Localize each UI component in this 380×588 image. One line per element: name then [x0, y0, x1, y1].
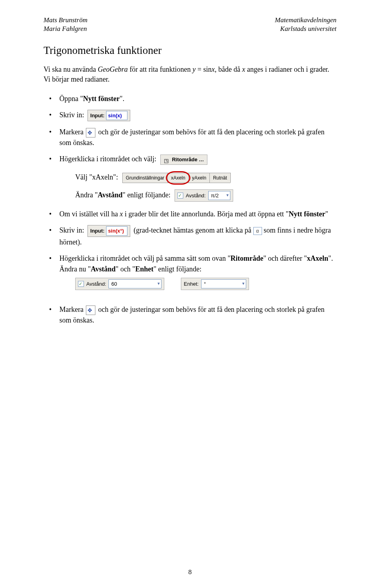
bullet-rightclick-ritomrade: Högerklicka i ritområdet och välj: Ritom…	[44, 154, 336, 202]
tab-rutnat[interactable]: Rutnät	[209, 173, 230, 183]
eq-x: x	[212, 65, 215, 73]
enhet-deg-screenshot: Enhet: °	[181, 278, 249, 290]
b2-label: Skriv in:	[59, 111, 84, 119]
header-left: Mats Brunström Maria Fahlgren	[44, 16, 87, 33]
b6b: (grad-tecknet hämtas genom att klicka på	[134, 226, 253, 234]
page: Mats Brunström Maria Fahlgren Matematika…	[0, 0, 380, 588]
bullet-open-window: Öppna "Nytt fönster".	[44, 94, 336, 104]
b4s1-label: Välj "xAxeln":	[75, 173, 118, 181]
page-title: Trigonometriska funktioner	[44, 44, 336, 57]
author1: Mats Brunström	[44, 16, 87, 25]
move-icon-2[interactable]	[86, 305, 95, 315]
input-sinxdeg-screenshot: Input: sin(x°)	[87, 225, 130, 237]
ritomrade-icon	[164, 157, 169, 162]
move-icon[interactable]	[86, 128, 95, 137]
b7b1: Ritområde	[230, 254, 263, 262]
input-field[interactable]: sin(x)	[106, 111, 127, 120]
bullet-degrees-intro: Om vi istället vill ha x i grader blir d…	[44, 209, 336, 220]
header-right: Matematikavdelningen Karlstads universit…	[275, 16, 336, 33]
input-sinx-screenshot: Input: sin(x)	[87, 110, 130, 122]
bullet-type-sinxdeg: Skriv in: Input: sin(x°) (grad-tecknet h…	[44, 225, 336, 248]
b7a: Högerklicka i ritområdet och välj på sam…	[59, 254, 230, 262]
b5b: i grader blir det lite annorlunda. Börja…	[123, 210, 289, 218]
eq-eq: = sin	[196, 65, 211, 73]
b5bold: Nytt fönster	[289, 210, 325, 218]
enhet-label: Enhet:	[184, 280, 199, 288]
bullet-adjust-graph-2: Markera och gör de justeringar som behöv…	[44, 304, 336, 326]
intro-paragraph: Vi ska nu använda GeoGebra för att rita …	[44, 65, 336, 84]
b7e: " enligt följande:	[154, 265, 201, 273]
b4s2a: Ändra "	[75, 191, 98, 199]
avstand-label: Avstånd:	[186, 192, 205, 200]
b7b3: Avstånd	[91, 265, 116, 273]
b1a: Öppna "	[59, 95, 83, 103]
bullet-rightclick-again: Högerklicka i ritområdet och välj på sam…	[44, 253, 336, 290]
b1c: ".	[120, 95, 124, 103]
alpha-icon[interactable]: α	[253, 227, 262, 235]
input-label: Input:	[90, 112, 104, 120]
b4-label: Högerklicka i ritområdet och välj:	[59, 155, 156, 163]
b5a: Om vi istället vill ha	[59, 210, 120, 218]
intro-mid: för att rita funktionen	[128, 65, 192, 73]
bullet-adjust-graph: Markera och gör de justeringar som behöv…	[44, 127, 336, 148]
department: Matematikavdelningen	[275, 16, 336, 25]
input-label2: Input:	[90, 227, 104, 235]
tab-yaxeln[interactable]: yAxeln	[188, 173, 210, 183]
b4s2c: " enligt följande:	[123, 191, 171, 199]
b7d: " och "	[116, 265, 135, 273]
input-field2[interactable]: sin(x°)	[106, 226, 127, 236]
ritomrade-label: Ritområde …	[172, 156, 204, 164]
university: Karlstads universitet	[275, 25, 336, 33]
bullet-list: Öppna "Nytt fönster". Skriv in: Input: s…	[44, 94, 336, 326]
b1b: Nytt fönster	[83, 95, 120, 103]
b8a: Markera	[59, 305, 85, 313]
ritomrade-menu-item[interactable]: Ritområde …	[160, 155, 207, 165]
bullet-type-sinx: Skriv in: Input: sin(x)	[44, 110, 336, 122]
tab-grund[interactable]: Grundinställningar	[122, 173, 168, 183]
author2: Maria Fahlgren	[44, 25, 87, 33]
avstand-select[interactable]: π/2	[208, 191, 230, 200]
b8b: och gör de justeringar som behövs för at…	[59, 305, 325, 324]
avstand-checkbox2[interactable]	[78, 281, 84, 287]
geogebra-name: GeoGebra	[98, 65, 128, 73]
page-number: 8	[0, 568, 380, 576]
sinxdeg-text: sin(x°)	[108, 228, 124, 234]
b7b2: xAxeln	[307, 254, 328, 262]
tabs-screenshot: Grundinställningar xAxeln yAxeln Rutnät	[122, 173, 230, 183]
avstand-pi2-screenshot: Avstånd: π/2	[175, 189, 233, 202]
intro-mid2: , både då	[215, 65, 242, 73]
b7b4: Enhet	[135, 265, 154, 273]
b3b: och gör de justeringar som behövs för at…	[59, 128, 325, 147]
avstand-label2: Avstånd:	[86, 280, 106, 288]
avstand-enhet-row: Avstånd: 60 Enhet: °	[75, 278, 336, 290]
b5c: "	[325, 210, 328, 218]
b3a: Markera	[59, 128, 85, 136]
avstand-60-screenshot: Avstånd: 60	[75, 278, 164, 290]
enhet-select[interactable]: °	[201, 279, 246, 289]
sinx-text: sin(x)	[108, 113, 122, 118]
avstand-select2[interactable]: 60	[108, 279, 162, 289]
b4s2b: Avstånd	[98, 191, 123, 199]
b7b: " och därefter "	[263, 254, 307, 262]
intro-lead: Vi ska nu använda	[44, 65, 98, 73]
avstand-checkbox[interactable]	[177, 193, 183, 199]
sub-change-avstand: Ändra "Avstånd" enligt följande: Avstånd…	[75, 189, 336, 202]
b6a: Skriv in:	[59, 226, 86, 234]
header: Mats Brunström Maria Fahlgren Matematika…	[44, 16, 336, 33]
tab-xaxeln[interactable]: xAxeln	[167, 173, 189, 183]
sub-choose-xaxeln: Välj "xAxeln": Grundinställningar xAxeln…	[75, 172, 336, 183]
